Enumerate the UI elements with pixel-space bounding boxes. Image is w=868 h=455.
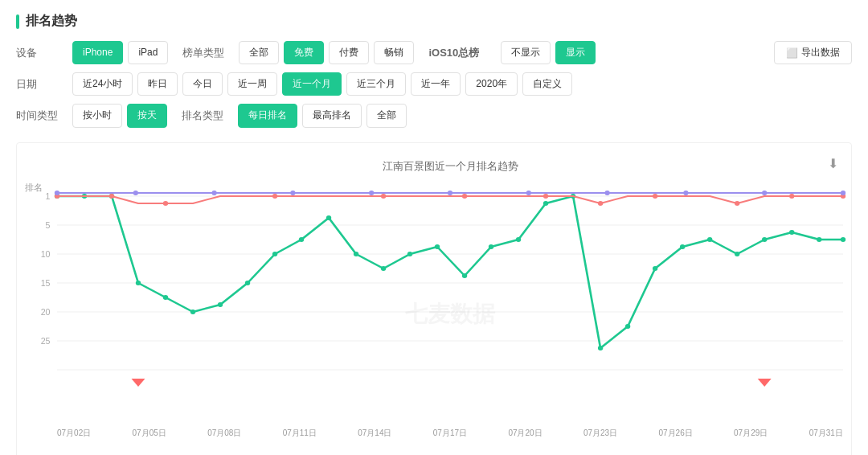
rank-all[interactable]: 全部: [366, 104, 407, 127]
device-btn-group: iPhone iPad: [72, 41, 168, 64]
svg-point-63: [604, 191, 609, 195]
svg-point-38: [735, 252, 739, 256]
svg-text:10: 10: [41, 250, 51, 259]
svg-point-53: [789, 194, 794, 199]
svg-point-65: [762, 191, 767, 195]
svg-text:15: 15: [41, 279, 51, 288]
svg-text:20: 20: [41, 308, 51, 317]
svg-point-27: [435, 244, 440, 249]
svg-point-64: [683, 191, 688, 195]
svg-point-22: [299, 237, 304, 242]
x-label-0726: 07月26日: [659, 428, 693, 439]
chart-title: 江南百景图近一个月排名趋势: [57, 159, 843, 174]
export-icon: ⬜: [786, 47, 798, 59]
svg-point-29: [489, 244, 493, 249]
date-week[interactable]: 近一周: [227, 72, 277, 96]
svg-point-60: [369, 191, 374, 195]
svg-point-50: [598, 201, 603, 206]
svg-point-48: [462, 194, 467, 199]
download-icon[interactable]: ⬇: [828, 156, 838, 171]
chart-type-free[interactable]: 免费: [284, 41, 324, 64]
svg-point-45: [163, 201, 168, 206]
svg-point-31: [543, 201, 548, 206]
rank-highest[interactable]: 最高排名: [302, 104, 362, 127]
svg-marker-67: [131, 379, 145, 387]
chart-type-label: 榜单类型: [182, 46, 231, 60]
svg-point-47: [381, 194, 386, 199]
x-label-0731: 07月31日: [809, 428, 843, 439]
svg-point-61: [448, 191, 452, 195]
date-month[interactable]: 近一个月: [282, 72, 342, 96]
x-label-0708: 07月08日: [207, 428, 241, 439]
svg-point-56: [55, 191, 59, 195]
chart-type-bestsell[interactable]: 畅销: [374, 41, 414, 64]
ios-hide[interactable]: 不显示: [501, 41, 551, 64]
chart-svg: 1 5 10 15 20 25: [57, 182, 843, 423]
date-custom[interactable]: 自定义: [522, 72, 572, 96]
svg-point-18: [190, 309, 195, 314]
x-label-0702: 07月02日: [57, 428, 91, 439]
svg-marker-68: [758, 379, 772, 387]
chart-wrapper: 排名 七麦数据 1 5 10 15 20 25: [57, 182, 843, 423]
svg-point-26: [407, 252, 412, 256]
svg-point-58: [211, 191, 216, 195]
svg-point-24: [354, 252, 358, 256]
svg-point-17: [163, 295, 168, 300]
chart-container: 江南百景图近一个月排名趋势 ⬇ 排名 七麦数据 1 5 10 15 20 25: [16, 142, 852, 455]
time-by-day[interactable]: 按天: [127, 104, 167, 127]
device-ipad[interactable]: iPad: [128, 41, 168, 64]
svg-text:25: 25: [41, 337, 51, 346]
svg-point-41: [817, 237, 821, 242]
svg-point-59: [290, 191, 295, 195]
date-year[interactable]: 近一年: [411, 72, 461, 96]
ios-btn-group: 不显示 显示: [501, 41, 596, 64]
export-button[interactable]: ⬜ 导出数据: [774, 41, 852, 64]
x-label-0705: 07月05日: [133, 428, 166, 439]
x-label-0711: 07月11日: [283, 428, 317, 439]
svg-point-42: [841, 237, 845, 242]
svg-point-34: [625, 324, 630, 329]
x-label-0717: 07月17日: [433, 428, 467, 439]
svg-point-39: [762, 237, 767, 242]
svg-point-28: [462, 273, 467, 278]
chart-type-btn-group: 全部 免费 付费 畅销: [239, 41, 414, 64]
time-by-hour[interactable]: 按小时: [72, 104, 122, 127]
svg-point-62: [526, 191, 531, 195]
time-type-label: 时间类型: [16, 109, 64, 123]
date-2020[interactable]: 2020年: [465, 72, 518, 96]
svg-point-52: [735, 201, 739, 206]
x-label-0720: 07月20日: [508, 428, 542, 439]
device-label: 设备: [16, 46, 64, 60]
svg-point-57: [133, 191, 138, 195]
device-iphone[interactable]: iPhone: [72, 41, 123, 64]
date-yesterday[interactable]: 昨日: [137, 72, 178, 96]
svg-point-66: [841, 191, 845, 195]
ios-label: iOS10总榜: [428, 46, 493, 60]
svg-point-49: [543, 194, 548, 199]
ios-show[interactable]: 显示: [555, 41, 596, 64]
svg-point-25: [381, 266, 386, 271]
svg-point-51: [653, 194, 657, 199]
x-labels: 07月02日 07月05日 07月08日 07月11日 07月14日 07月17…: [57, 428, 843, 439]
svg-point-19: [218, 302, 223, 307]
chart-type-paid[interactable]: 付费: [329, 41, 369, 64]
chart-type-all[interactable]: 全部: [239, 41, 279, 64]
svg-text:1: 1: [46, 192, 51, 201]
date-3months[interactable]: 近三个月: [346, 72, 406, 96]
svg-point-36: [680, 244, 685, 249]
rank-type-label: 排名类型: [182, 109, 230, 123]
svg-point-20: [245, 281, 250, 285]
x-label-0723: 07月23日: [583, 428, 617, 439]
svg-point-30: [516, 237, 521, 242]
svg-text:5: 5: [46, 221, 51, 230]
svg-point-44: [109, 194, 114, 199]
date-label: 日期: [16, 77, 64, 92]
y-axis-label: 排名: [25, 182, 43, 194]
rank-daily[interactable]: 每日排名: [238, 104, 297, 127]
svg-point-46: [272, 194, 277, 199]
date-24h[interactable]: 近24小时: [72, 72, 133, 96]
date-today[interactable]: 今日: [182, 72, 223, 96]
svg-point-40: [789, 230, 794, 235]
time-type-btn-group: 按小时 按天: [72, 104, 167, 127]
svg-point-16: [136, 281, 141, 285]
